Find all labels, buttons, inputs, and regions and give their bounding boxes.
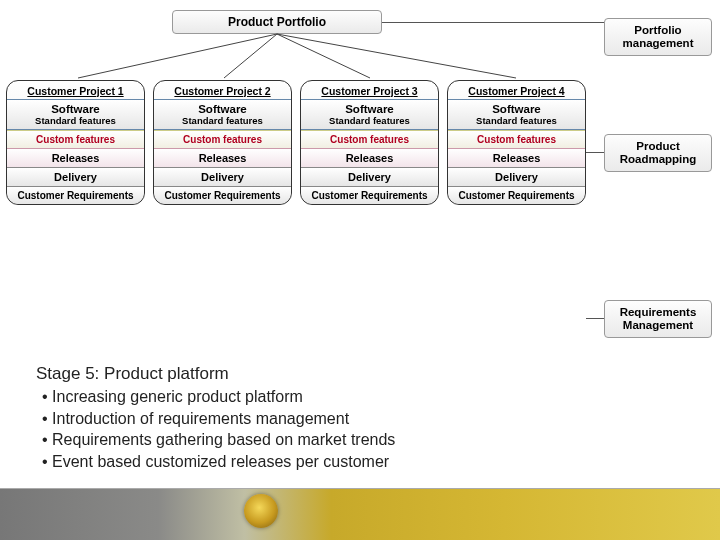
software-row: Software Standard features [6,99,145,130]
custom-features-row: Custom features [448,130,585,148]
delivery-row: Delivery [301,167,438,186]
connector-requirements-mgmt [586,318,604,319]
software-row: Software Standard features [153,99,292,130]
side-portfolio-management-label: Portfolio management [607,24,709,49]
custom-features-row: Custom features [7,130,144,148]
project-title: Customer Project 4 [448,81,585,99]
std-features-label: Standard features [155,115,290,126]
releases-row: Releases [154,148,291,167]
svg-line-2 [277,34,370,78]
releases-row: Releases [448,148,585,167]
software-label: Software [449,103,584,115]
stage-title: Stage 5: Product platform [36,364,556,384]
stage-bullet: Requirements gathering based on market t… [42,429,556,451]
std-features-label: Standard features [449,115,584,126]
releases-row: Releases [7,148,144,167]
connector-roadmapping [586,152,604,153]
customer-requirements-row: Customer Requirements [448,186,585,204]
project-column-1: Customer Project 1 Software Standard fea… [6,80,145,205]
software-row: Software Standard features [447,99,586,130]
delivery-row: Delivery [7,167,144,186]
std-features-label: Standard features [302,115,437,126]
project-title: Customer Project 1 [7,81,144,99]
customer-requirements-row: Customer Requirements [301,186,438,204]
stage-text-block: Stage 5: Product platform Increasing gen… [36,364,556,472]
custom-features-row: Custom features [301,130,438,148]
project-column-2: Customer Project 2 Software Standard fea… [153,80,292,205]
svg-line-1 [224,34,277,78]
side-requirements-mgmt-box: Requirements Management [604,300,712,338]
side-requirements-mgmt-label: Requirements Management [607,306,709,331]
custom-features-row: Custom features [154,130,291,148]
project-title: Customer Project 3 [301,81,438,99]
software-label: Software [8,103,143,115]
stage-bullet-list: Increasing generic product platform Intr… [36,386,556,472]
std-features-label: Standard features [8,115,143,126]
connector-portfolio-mgmt [382,22,604,23]
project-title: Customer Project 2 [154,81,291,99]
delivery-row: Delivery [154,167,291,186]
svg-line-3 [277,34,516,78]
stage-bullet: Event based customized releases per cust… [42,451,556,473]
stage-bullet: Increasing generic product platform [42,386,556,408]
project-column-4: Customer Project 4 Software Standard fea… [447,80,586,205]
footer-seal-icon [244,494,278,528]
side-roadmapping-label: Product Roadmapping [607,140,709,165]
svg-line-0 [78,34,277,78]
projects-row: Customer Project 1 Software Standard fea… [6,80,586,205]
side-roadmapping-box: Product Roadmapping [604,134,712,172]
project-column-3: Customer Project 3 Software Standard fea… [300,80,439,205]
fanout-lines [0,0,600,80]
software-label: Software [155,103,290,115]
releases-row: Releases [301,148,438,167]
side-portfolio-management-box: Portfolio management [604,18,712,56]
stage-bullet: Introduction of requirements management [42,408,556,430]
delivery-row: Delivery [448,167,585,186]
software-label: Software [302,103,437,115]
software-row: Software Standard features [300,99,439,130]
customer-requirements-row: Customer Requirements [154,186,291,204]
footer-band [0,488,720,540]
customer-requirements-row: Customer Requirements [7,186,144,204]
